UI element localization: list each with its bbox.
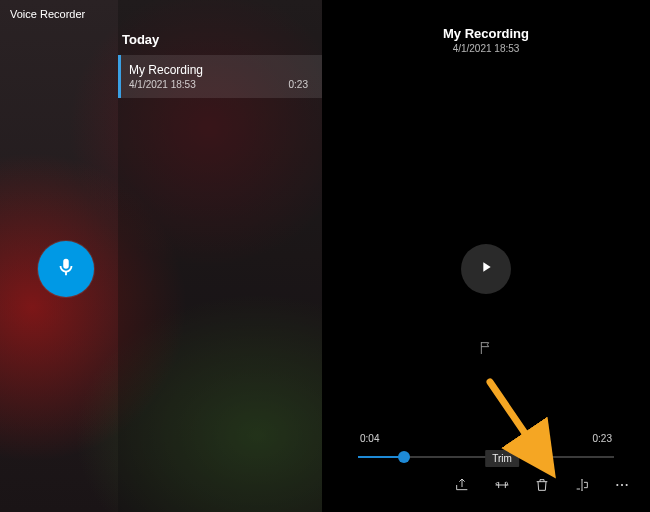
app-title: Voice Recorder xyxy=(0,8,85,20)
titlebar: Voice Recorder xyxy=(0,0,650,28)
trim-tooltip: Trim xyxy=(485,450,519,467)
more-button[interactable] xyxy=(602,467,642,507)
recordings-list: Today My Recording 4/1/2021 18:53 0:23 xyxy=(118,28,322,98)
add-marker-button[interactable] xyxy=(478,340,494,356)
more-icon xyxy=(614,477,630,497)
microphone-icon xyxy=(55,256,77,282)
flag-icon xyxy=(478,342,494,359)
svg-point-1 xyxy=(616,484,618,486)
detail-toolbar: Trim xyxy=(442,467,642,507)
svg-point-2 xyxy=(621,484,623,486)
delete-button[interactable] xyxy=(522,467,562,507)
trim-button[interactable]: Trim xyxy=(482,467,522,507)
list-item-duration: 0:23 xyxy=(289,79,308,90)
play-button[interactable] xyxy=(461,244,511,294)
list-header-today: Today xyxy=(118,28,322,55)
time-total: 0:23 xyxy=(593,433,612,444)
left-pane: Today My Recording 4/1/2021 18:53 0:23 xyxy=(0,0,322,512)
record-button[interactable] xyxy=(38,241,94,297)
rename-icon xyxy=(574,477,590,497)
detail-pane: My Recording 4/1/2021 18:53 0:04 0:23 xyxy=(322,0,650,512)
detail-header: My Recording 4/1/2021 18:53 xyxy=(322,26,650,54)
list-item-name: My Recording xyxy=(129,63,308,77)
seek-thumb[interactable] xyxy=(398,451,410,463)
play-icon xyxy=(478,259,494,279)
share-icon xyxy=(454,477,470,497)
trim-icon xyxy=(494,477,510,497)
svg-point-3 xyxy=(626,484,628,486)
trash-icon xyxy=(534,477,550,497)
list-item[interactable]: My Recording 4/1/2021 18:53 0:23 xyxy=(118,55,322,98)
share-button[interactable] xyxy=(442,467,482,507)
list-item-date: 4/1/2021 18:53 xyxy=(129,79,196,90)
detail-title: My Recording xyxy=(322,26,650,41)
detail-date: 4/1/2021 18:53 xyxy=(322,43,650,54)
time-current: 0:04 xyxy=(360,433,379,444)
rename-button[interactable] xyxy=(562,467,602,507)
